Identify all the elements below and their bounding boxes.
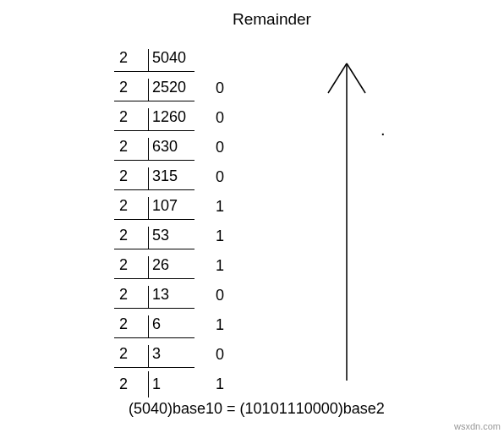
remainder-cell: 0 [194,79,245,101]
remainder-cell: 1 [194,257,245,279]
divisor-cell: 2 [114,375,148,397]
remainder-heading: Remainder [233,10,311,29]
division-row: 2 5040 [114,42,245,72]
remainder-cell: 0 [194,109,245,131]
divisor-cell: 2 [114,345,148,368]
division-row: 2 6 1 [114,309,245,338]
quotient-cell: 5040 [148,49,194,72]
division-row: 2 26 1 [114,249,245,279]
remainder-cell [194,68,245,72]
quotient-cell: 13 [148,286,194,309]
divisor-cell: 2 [114,227,148,249]
divisor-cell: 2 [114,256,148,279]
remainder-cell: 1 [194,198,245,220]
division-row: 2 13 0 [114,279,245,309]
divisor-cell: 2 [114,167,148,190]
quotient-cell: 3 [148,345,194,368]
quotient-cell: 1260 [148,108,194,131]
remainder-cell: 1 [194,316,245,338]
remainder-cell: 1 [194,227,245,249]
division-row: 2 630 0 [114,131,245,161]
division-row: 2 107 1 [114,190,245,220]
quotient-cell: 1 [148,371,194,397]
quotient-cell: 2520 [148,79,194,101]
remainder-cell: 0 [194,168,245,190]
division-row: 2 315 0 [114,161,245,190]
quotient-cell: 26 [148,256,194,279]
divisor-cell: 2 [114,138,148,161]
svg-line-2 [347,63,365,93]
remainder-cell: 1 [194,375,245,397]
divisor-cell: 2 [114,79,148,101]
conversion-result: (5040)base10 = (10101110000)base2 [129,400,385,418]
quotient-cell: 315 [148,167,194,190]
divisor-cell: 2 [114,315,148,338]
remainder-cell: 0 [194,346,245,368]
remainder-cell: 0 [194,139,245,161]
remainder-cell: 0 [194,287,245,309]
svg-line-1 [328,63,347,93]
division-row: 2 1 1 [114,368,245,397]
watermark: wsxdn.com [454,421,501,431]
quotient-cell: 630 [148,138,194,161]
divisor-cell: 2 [114,286,148,309]
division-row: 2 2520 0 [114,72,245,101]
quotient-cell: 53 [148,227,194,249]
division-ladder: 2 5040 2 2520 0 2 1260 0 2 630 0 2 315 0… [114,42,245,397]
quotient-cell: 6 [148,315,194,338]
stray-dot: . [381,120,386,140]
read-direction-arrow-icon [321,51,381,389]
divisor-cell: 2 [114,197,148,220]
division-row: 2 3 0 [114,338,245,368]
divisor-cell: 2 [114,49,148,72]
division-row: 2 1260 0 [114,101,245,131]
division-row: 2 53 1 [114,220,245,249]
quotient-cell: 107 [148,197,194,220]
divisor-cell: 2 [114,108,148,131]
